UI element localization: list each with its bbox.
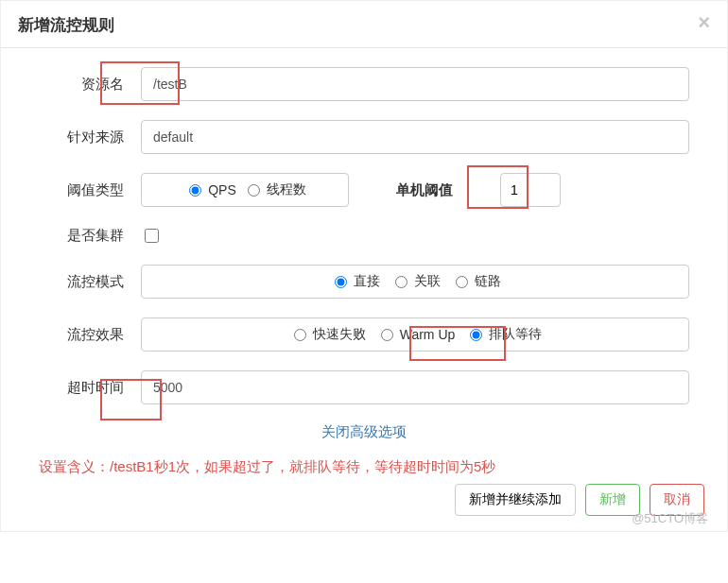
label-cluster: 是否集群 — [39, 227, 124, 245]
source-input[interactable] — [141, 120, 689, 154]
radio-warmup[interactable]: Warm Up — [375, 327, 456, 342]
row-source: 针对来源 — [39, 120, 689, 154]
radio-chain-label: 链路 — [475, 273, 501, 290]
row-flow-mode: 流控模式 直接 关联 链路 — [39, 265, 689, 299]
radio-fastfail-input[interactable] — [294, 329, 306, 341]
row-cluster: 是否集群 — [39, 226, 689, 246]
flow-rule-modal: 新增流控规则 × 资源名 针对来源 阈值类型 QPS — [0, 0, 728, 532]
radio-chain[interactable]: 链路 — [450, 273, 501, 290]
modal-body: 资源名 针对来源 阈值类型 QPS — [1, 48, 727, 458]
radio-qps-label: QPS — [208, 182, 236, 197]
flow-mode-group: 直接 关联 链路 — [141, 265, 689, 299]
threshold-type-group: QPS 线程数 — [141, 173, 349, 207]
label-source: 针对来源 — [39, 129, 124, 146]
radio-qps[interactable]: QPS — [183, 182, 236, 197]
add-continue-button[interactable]: 新增并继续添加 — [455, 484, 576, 516]
flow-effect-group: 快速失败 Warm Up 排队等待 — [141, 317, 689, 352]
label-flow-effect: 流控效果 — [39, 326, 124, 344]
radio-direct-label: 直接 — [354, 273, 380, 290]
radio-queue-input[interactable] — [470, 329, 482, 341]
note-text: 设置含义：/testB1秒1次，如果超过了，就排队等待，等待超时时间为5秒 — [1, 458, 727, 484]
radio-thread[interactable]: 线程数 — [242, 181, 306, 198]
label-single-threshold: 单机阈值 — [396, 181, 453, 199]
radio-relate[interactable]: 关联 — [390, 273, 441, 290]
label-resource-name: 资源名 — [39, 76, 124, 94]
radio-chain-input[interactable] — [456, 276, 468, 288]
radio-direct[interactable]: 直接 — [329, 273, 380, 290]
timeout-input[interactable] — [141, 370, 689, 404]
modal-title: 新增流控规则 — [18, 14, 114, 36]
single-threshold-input[interactable] — [500, 173, 561, 207]
radio-relate-input[interactable] — [395, 276, 407, 288]
close-advanced-link[interactable]: 关闭高级选项 — [39, 423, 689, 441]
radio-direct-input[interactable] — [335, 276, 347, 288]
row-resource-name: 资源名 — [39, 67, 689, 101]
radio-qps-input[interactable] — [189, 184, 201, 197]
radio-warmup-label: Warm Up — [400, 327, 456, 342]
row-threshold-type: 阈值类型 QPS 线程数 单机阈值 — [39, 173, 689, 207]
modal-footer: 新增并继续添加 新增 取消 — [1, 484, 727, 516]
radio-warmup-input[interactable] — [381, 329, 393, 341]
label-timeout: 超时时间 — [39, 379, 124, 397]
radio-fastfail[interactable]: 快速失败 — [288, 326, 366, 343]
cluster-checkbox[interactable] — [145, 229, 159, 243]
row-timeout: 超时时间 — [39, 370, 689, 404]
close-icon[interactable]: × — [698, 14, 710, 31]
row-flow-effect: 流控效果 快速失败 Warm Up 排队等待 — [39, 317, 689, 352]
label-threshold-type: 阈值类型 — [39, 181, 124, 199]
watermark: @51CTO博客 — [632, 510, 708, 527]
radio-thread-input[interactable] — [248, 184, 260, 197]
radio-relate-label: 关联 — [414, 273, 441, 290]
modal-header: 新增流控规则 × — [1, 1, 727, 48]
resource-name-input[interactable] — [141, 67, 689, 101]
radio-queue[interactable]: 排队等待 — [464, 326, 542, 343]
radio-thread-label: 线程数 — [267, 181, 306, 198]
label-flow-mode: 流控模式 — [39, 273, 124, 291]
radio-queue-label: 排队等待 — [489, 326, 542, 343]
radio-fastfail-label: 快速失败 — [313, 326, 366, 343]
